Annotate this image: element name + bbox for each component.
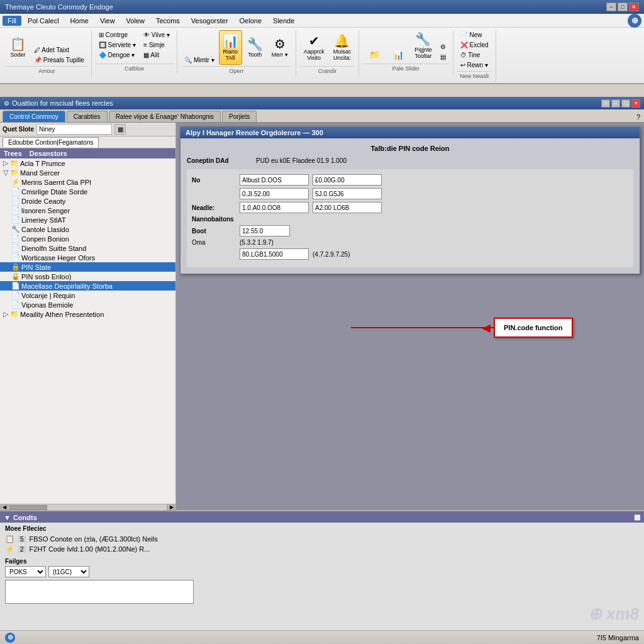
maximize-button[interactable]: □ bbox=[618, 3, 628, 11]
ribbon-btn-merr[interactable]: ⚙ Merr ▾ bbox=[268, 30, 292, 65]
tree-item-pin-state[interactable]: 🔒 PIN State bbox=[0, 262, 175, 272]
tree-item-macellase[interactable]: 📄 Macellase Deopirlaility Storba bbox=[0, 281, 175, 291]
tree-item-6[interactable]: 📄 Limerieу StlAT bbox=[0, 215, 175, 225]
boot-input[interactable] bbox=[240, 225, 290, 236]
tab-ralee[interactable]: Ralee viijoe & Enaage' Nhabongnis bbox=[109, 111, 221, 122]
no-input3[interactable] bbox=[240, 188, 309, 199]
tree-item-0[interactable]: ▷ 📁 Acla T Prumce bbox=[0, 158, 175, 168]
watermark: ⊕ xm8 bbox=[588, 604, 639, 624]
tree-item-volcanje[interactable]: 📄 Volcanje | Requin bbox=[0, 291, 175, 300]
scroll-track bbox=[9, 505, 166, 510]
ribbon-btn-contrge[interactable]: ⊞ Contrge bbox=[96, 30, 139, 40]
minimize-button[interactable]: − bbox=[606, 3, 616, 11]
title-bar: Themaye Cleuto Conmody Endoge − □ ✕ bbox=[0, 0, 644, 14]
search-input[interactable] bbox=[36, 124, 112, 135]
tree-col2: Desanstors bbox=[30, 150, 67, 157]
inner-minimize-btn2[interactable]: − bbox=[611, 99, 620, 108]
ribbon-btn-serviete[interactable]: 🔲 Serviete ▾ bbox=[96, 40, 139, 50]
tree-item-3[interactable]: 📄 Cmsrlige Dtate Sorde bbox=[0, 187, 175, 196]
ribbon-btn-excled[interactable]: ❌ Excled bbox=[457, 40, 492, 50]
menu-oelone[interactable]: Oelone bbox=[235, 16, 267, 26]
ribbon-btn-tine[interactable]: ⏱ Tine bbox=[457, 50, 492, 60]
ribbon-btn-gear2[interactable]: ⚙ bbox=[437, 42, 449, 52]
ribbon-btn-riario[interactable]: 📊 RiarioTAfi bbox=[219, 30, 242, 65]
ribbon-btn-viive[interactable]: 👁 Viive ▾ bbox=[140, 30, 173, 40]
tree-item-9[interactable]: 📄 Dienolfn Suitte Stand bbox=[0, 243, 175, 253]
scroll-thumb[interactable] bbox=[9, 505, 47, 510]
select1[interactable]: POKS bbox=[5, 566, 46, 577]
menu-slende[interactable]: Slende bbox=[268, 16, 299, 26]
inner-minimize-btn[interactable]: ? bbox=[601, 99, 610, 108]
no-input4[interactable] bbox=[313, 188, 382, 199]
field-neadle: Neadle: bbox=[192, 202, 628, 213]
ribbon-btn-rewn[interactable]: ↩ Rewn ▾ bbox=[457, 60, 492, 70]
ribbon-btn-dengoe[interactable]: 🔷 Dengoe ▾ bbox=[96, 50, 139, 60]
close-button[interactable]: ✕ bbox=[629, 3, 639, 11]
tab-control-conmnoy[interactable]: Control Conmnoy bbox=[3, 111, 65, 122]
connection-value: PUD eu k0E Flaodee 01.9 1.000 bbox=[256, 157, 347, 164]
bottom-item2-num: 2 bbox=[18, 546, 26, 553]
failges-label: Failges bbox=[5, 558, 26, 565]
ribbon-btn-new[interactable]: 📄 New bbox=[457, 30, 492, 40]
menu-vesogorster[interactable]: Vesogorster bbox=[186, 16, 233, 26]
ribbon-btn-pigjnte[interactable]: 🔧 PigjnteTooltar bbox=[411, 30, 436, 62]
tree-item-8[interactable]: 📄 Conpen Bonion bbox=[0, 234, 175, 243]
menu-volew[interactable]: Volew bbox=[121, 16, 150, 26]
inner-maximize-btn[interactable]: □ bbox=[621, 99, 630, 108]
tree-item-viponas[interactable]: 📄 Viponas Bemiole bbox=[0, 300, 175, 309]
ribbon-btn-chart1[interactable]: 📊 bbox=[387, 48, 409, 62]
status-icon: ⚙ bbox=[5, 633, 15, 643]
ribbon-btn-aapprck[interactable]: ✔ AapprckVisito bbox=[300, 30, 328, 65]
bottom-settings-icon[interactable]: ▦ bbox=[634, 513, 640, 521]
scroll-left-btn[interactable]: ◀ bbox=[0, 504, 9, 511]
tab-help-icon[interactable]: ? bbox=[635, 112, 641, 122]
ribbon-btn-list2[interactable]: ▤ bbox=[437, 52, 449, 62]
main-layout: Quet Slote ▦ Edoubbe Contion|Fegamatons … bbox=[0, 123, 644, 510]
ribbon-btn-soder[interactable]: 📋 Soder bbox=[6, 30, 30, 65]
left-tab-edoubbe[interactable]: Edoubbe Contion|Fegamatons bbox=[3, 137, 99, 147]
tree-item-meaility[interactable]: ▷ 📁 Meaility Athen Presentetion bbox=[0, 309, 175, 319]
tab-porjiets[interactable]: Porjiets bbox=[222, 111, 257, 122]
neadle-input2[interactable] bbox=[313, 202, 382, 213]
tree-item-5[interactable]: 📄 lisnoren Senger bbox=[0, 206, 175, 215]
pin-input1[interactable] bbox=[240, 248, 309, 260]
inner-close-btn[interactable]: ✕ bbox=[631, 99, 640, 108]
no-input2[interactable] bbox=[313, 174, 382, 186]
tab-carabties[interactable]: Carabties bbox=[67, 111, 108, 122]
bottom-text-area-container bbox=[5, 580, 639, 605]
tree-item-7[interactable]: 🔧 Cantole Llasido bbox=[0, 225, 175, 234]
ribbon-btn-presals[interactable]: 📌 Presals Tupille bbox=[31, 55, 87, 65]
scroll-right-btn[interactable]: ▶ bbox=[167, 504, 175, 511]
bottom-expand-icon[interactable]: ▼ bbox=[4, 514, 11, 521]
tree-item-1[interactable]: ▽ 📁 Mand Sercer bbox=[0, 168, 175, 177]
menu-fill[interactable]: Fill bbox=[3, 16, 21, 26]
no-input1[interactable] bbox=[240, 174, 309, 186]
tree-item-4[interactable]: 📄 Droide Ceaoty bbox=[0, 196, 175, 206]
ribbon-btn-tooth[interactable]: 🔧 Tooth bbox=[243, 30, 267, 65]
menu-tecoms[interactable]: Tecoms bbox=[151, 16, 185, 26]
bottom-item-1[interactable]: 📋 5 FBSO Conote on (±la, (ÆG1.300lct) Ne… bbox=[5, 534, 639, 544]
ribbon-group-amour-label: Amour bbox=[6, 66, 87, 74]
menu-polcalecl[interactable]: Pol Calecl bbox=[23, 16, 64, 26]
ribbon-group-amour: 📋 Soder 🖊 Adet Taixt 📌 Presals Tupille A… bbox=[3, 30, 92, 77]
muisac-icon: 🔔 bbox=[334, 35, 350, 47]
bottom-textarea[interactable] bbox=[5, 580, 194, 604]
search-button[interactable]: ▦ bbox=[114, 124, 126, 135]
tree-item-2[interactable]: ⚡ Merins Saernt Clia PPl bbox=[0, 177, 175, 187]
ribbon-btn-file1[interactable]: 📁 bbox=[363, 48, 386, 62]
tree-item-pin-sosb[interactable]: 🔒 PIN sosb Enloo) bbox=[0, 272, 175, 281]
menu-home[interactable]: Home bbox=[65, 16, 94, 26]
tree-body: ▷ 📁 Acla T Prumce ▽ 📁 Mand Sercer ⚡ Meri… bbox=[0, 158, 175, 504]
ribbon-btn-muisac[interactable]: 🔔 MuisacUncita: bbox=[330, 30, 355, 65]
tree-item-10[interactable]: 📄 Worticasse Heger Ofors bbox=[0, 253, 175, 262]
ribbon-btn-mimtr[interactable]: 🔍 Mimtr ▾ bbox=[181, 55, 218, 65]
neadle-input1[interactable] bbox=[240, 202, 309, 213]
select2[interactable]: (t1GC) bbox=[48, 566, 89, 577]
ribbon-btn-simje[interactable]: ≡ Simje bbox=[140, 40, 173, 50]
bottom-item-2[interactable]: ⚡ 2 F2HT Code Ivld.1.00 (M01.2.00Ne) R..… bbox=[5, 544, 639, 554]
ribbon-catbloe-content: ⊞ Contrge 🔲 Serviete ▾ 🔷 Dengoe ▾ 👁 Viiv… bbox=[96, 30, 173, 60]
bottom-footer: Failges bbox=[5, 558, 639, 565]
menu-view[interactable]: View bbox=[95, 16, 120, 26]
ribbon-btn-adet[interactable]: 🖊 Adet Taixt bbox=[31, 45, 87, 55]
ribbon-btn-alit[interactable]: ▦ Alit bbox=[140, 50, 173, 60]
